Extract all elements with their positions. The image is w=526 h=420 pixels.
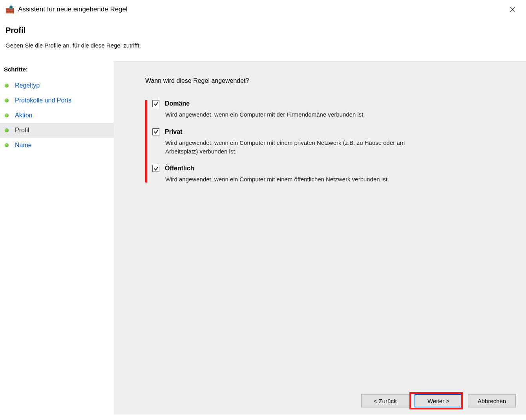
- main-panel: Wann wird diese Regel angewendet? Domäne…: [114, 61, 526, 415]
- page-title: Profil: [5, 26, 521, 35]
- option-label: Öffentlich: [165, 165, 194, 172]
- step-regeltyp[interactable]: Regeltyp: [0, 78, 114, 93]
- bullet-icon: [5, 99, 9, 102]
- profile-options: Domäne Wird angewendet, wenn ein Compute…: [145, 100, 512, 184]
- svg-rect-6: [6, 12, 8, 13]
- checkbox-oeffentlich[interactable]: [152, 165, 159, 172]
- back-button[interactable]: < Zurück: [361, 394, 409, 407]
- steps-title: Schritte:: [0, 66, 114, 78]
- svg-rect-4: [6, 10, 9, 11]
- option-description: Wird angewendet, wenn ein Computer mit e…: [165, 139, 432, 156]
- option-oeffentlich: Öffentlich Wird angewendet, wenn ein Com…: [152, 165, 512, 184]
- steps-sidebar: Schritte: Regeltyp Protokolle und Ports …: [0, 61, 114, 415]
- wizard-buttons: < Zurück Weiter > Abbrechen: [361, 394, 516, 407]
- svg-rect-8: [11, 12, 14, 13]
- check-icon: [153, 101, 159, 106]
- svg-rect-7: [8, 12, 11, 13]
- bullet-icon: [5, 143, 9, 147]
- check-icon: [153, 129, 159, 134]
- option-label: Domäne: [165, 100, 190, 107]
- svg-point-10: [10, 6, 12, 8]
- step-aktion[interactable]: Aktion: [0, 108, 114, 123]
- step-label: Regeltyp: [15, 82, 40, 89]
- next-button[interactable]: Weiter >: [415, 394, 462, 407]
- firewall-icon: [5, 5, 14, 14]
- svg-rect-1: [6, 8, 8, 10]
- window-title: Assistent für neue eingehende Regel: [18, 5, 505, 13]
- step-label: Name: [15, 142, 32, 149]
- annotation-highlight-bar: [145, 100, 147, 183]
- bullet-icon: [5, 113, 9, 117]
- page-description: Geben Sie die Profile an, für die diese …: [5, 42, 521, 49]
- bullet-icon: [5, 84, 9, 88]
- step-name[interactable]: Name: [0, 138, 114, 153]
- close-icon: [510, 7, 515, 12]
- check-icon: [153, 166, 159, 171]
- bullet-icon: [5, 128, 9, 132]
- question-text: Wann wird diese Regel angewendet?: [145, 77, 512, 84]
- step-profil[interactable]: Profil: [0, 123, 114, 138]
- step-label: Profil: [15, 127, 29, 134]
- option-description: Wird angewendet, wenn ein Computer mit e…: [165, 175, 432, 184]
- svg-rect-5: [9, 10, 14, 11]
- option-description: Wird angewendet, wenn ein Computer mit d…: [165, 110, 432, 119]
- cancel-button[interactable]: Abbrechen: [468, 394, 516, 407]
- titlebar: Assistent für neue eingehende Regel: [0, 0, 526, 19]
- step-label: Aktion: [15, 112, 32, 119]
- close-button[interactable]: [505, 4, 521, 15]
- step-label: Protokolle und Ports: [15, 97, 71, 104]
- checkbox-privat[interactable]: [152, 128, 159, 135]
- option-label: Privat: [165, 128, 182, 135]
- option-domaene: Domäne Wird angewendet, wenn ein Compute…: [152, 100, 512, 119]
- checkbox-domaene[interactable]: [152, 100, 159, 107]
- wizard-header: Profil Geben Sie die Profile an, für die…: [0, 19, 526, 53]
- step-protokolle-und-ports[interactable]: Protokolle und Ports: [0, 93, 114, 108]
- option-privat: Privat Wird angewendet, wenn ein Compute…: [152, 128, 512, 156]
